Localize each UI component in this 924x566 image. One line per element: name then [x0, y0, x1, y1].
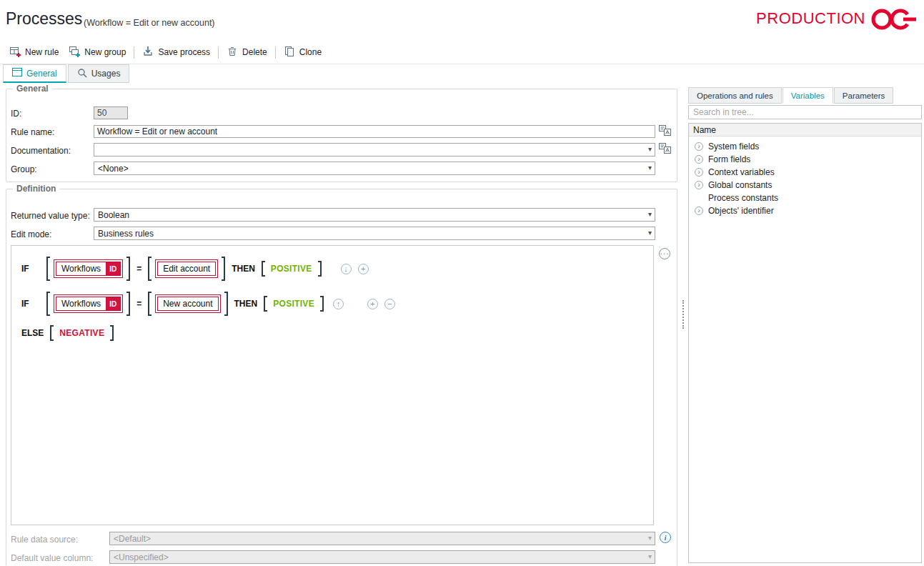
expand-icon[interactable]: › [695, 168, 703, 177]
value-token[interactable]: Edit account [157, 262, 216, 276]
id-label: ID: [11, 109, 21, 119]
new-group-button[interactable]: New group [64, 43, 131, 62]
expand-icon[interactable]: › [695, 207, 703, 215]
tree-item-form-fields[interactable]: › Form fields [689, 153, 921, 166]
tab-variables[interactable]: Variables [783, 87, 833, 104]
expand-icon[interactable]: › [695, 142, 703, 151]
tree-item-label: System fields [708, 142, 759, 152]
rule-condition-row: IF Workflows ID = [21, 289, 395, 318]
clone-icon [284, 46, 295, 59]
returned-value-type-combo[interactable]: Boolean ▾ [94, 208, 655, 222]
tab-usages-label: Usages [91, 69, 121, 79]
edit-mode-label: Edit mode: [11, 229, 51, 239]
main-tabstrip: General Usages [0, 64, 131, 84]
tree-item-objects-identifier[interactable]: › Objects' identifier [689, 204, 921, 217]
tab-operations-and-rules-label: Operations and rules [697, 91, 773, 100]
expand-icon[interactable]: › [695, 155, 703, 164]
translations-icon [659, 125, 671, 138]
save-process-label: Save process [158, 47, 210, 57]
rule-name-field[interactable] [94, 125, 655, 138]
editor-options-icon[interactable]: ... [659, 248, 670, 259]
save-process-icon [142, 46, 154, 59]
app-window: Processes (Workflow = Edit or new accoun… [0, 0, 924, 566]
info-icon[interactable]: i [660, 532, 671, 543]
negative-result-token[interactable]: NEGATIVE [56, 327, 108, 339]
documentation-combo[interactable]: ▾ [94, 143, 655, 157]
search-input[interactable] [688, 105, 922, 119]
tree-header-label: Name [693, 125, 716, 135]
else-keyword: ELSE [21, 328, 44, 338]
clone-button[interactable]: Clone [279, 43, 327, 62]
positive-result-token[interactable]: POSITIVE [269, 297, 318, 310]
chevron-down-icon: ▾ [648, 552, 652, 560]
general-section: General ID: Rule name: Documentation: ▾ … [6, 89, 677, 182]
rule-name-translations-button[interactable] [657, 125, 672, 138]
rule-else-row: ELSE NEGATIVE [21, 324, 114, 342]
edit-mode-combo[interactable]: Business rules ▾ [94, 227, 655, 240]
tab-usages[interactable]: Usages [68, 64, 130, 83]
tree-item-label: Process constants [708, 193, 778, 203]
result-group: POSITIVE [264, 296, 324, 312]
result-group: NEGATIVE [50, 325, 114, 341]
tab-parameters[interactable]: Parameters [834, 87, 893, 104]
tree-item-process-constants[interactable]: Process constants [689, 192, 921, 204]
documentation-label: Documentation: [11, 146, 71, 156]
definition-section-legend: Definition [13, 184, 59, 194]
field-token[interactable]: Workflows ID [56, 262, 121, 276]
bracket-right [110, 325, 114, 341]
group-label: Group: [11, 164, 37, 174]
field-token[interactable]: Workflows ID [56, 297, 121, 311]
rule-data-source-label: Rule data source: [11, 535, 78, 545]
panel-splitter[interactable] [682, 300, 685, 329]
tab-general[interactable]: General [3, 64, 66, 83]
move-down-icon[interactable]: ↓ [341, 264, 352, 274]
tab-variables-label: Variables [791, 91, 825, 100]
id-field [94, 106, 128, 119]
bracket-right [126, 292, 130, 316]
documentation-translations-button[interactable] [657, 143, 672, 156]
rule-name-label: Rule name: [11, 127, 54, 137]
tree-item-label: Global constants [708, 180, 772, 190]
tree-item-system-fields[interactable]: › System fields [689, 140, 921, 153]
new-rule-button[interactable]: New rule [4, 43, 64, 62]
positive-result-token[interactable]: POSITIVE [267, 262, 316, 275]
if-keyword: IF [21, 264, 40, 274]
add-condition-icon[interactable]: + [367, 299, 378, 309]
delete-button[interactable]: Delete [222, 43, 272, 62]
bracket-right [320, 296, 324, 312]
expand-icon[interactable]: › [695, 181, 703, 189]
page-subtitle: (Workflow = Edit or new account) [84, 18, 215, 28]
new-rule-label: New rule [25, 47, 59, 57]
default-value-column-combo: <Unspecified> ▾ [109, 550, 655, 564]
general-tab-icon [12, 68, 22, 79]
tree-item-label: Objects' identifier [708, 206, 774, 216]
field-token-label: Workflows [56, 297, 106, 310]
value-token[interactable]: New account [157, 297, 218, 311]
move-up-icon[interactable]: ↑ [333, 299, 344, 309]
if-keyword: IF [21, 299, 40, 309]
toolbar: New rule New group Save process Delete [0, 41, 924, 64]
right-panel-tabstrip: Operations and rules Variables Parameter… [688, 87, 894, 104]
new-group-icon [69, 46, 80, 59]
chevron-down-icon: ▾ [648, 145, 652, 153]
then-keyword: THEN [232, 264, 255, 274]
field-token-badge: ID [106, 297, 120, 310]
field-token-badge: ID [106, 262, 120, 275]
rule-editor[interactable]: IF Workflows ID = [11, 245, 654, 525]
toolbar-separator [275, 46, 276, 59]
brand-logo-icon [868, 6, 920, 34]
add-condition-icon[interactable]: + [358, 264, 369, 274]
group-combo[interactable]: <None> ▾ [94, 162, 655, 175]
tree-item-context-variables[interactable]: › Context variables [689, 166, 921, 179]
translations-icon [659, 143, 671, 156]
edit-mode-value: Business rules [98, 229, 154, 239]
remove-condition-icon[interactable]: − [384, 299, 395, 309]
usages-tab-icon [77, 68, 87, 80]
chevron-down-icon: ▾ [648, 164, 652, 172]
tree-item-global-constants[interactable]: › Global constants [689, 179, 921, 192]
default-value-column-label: Default value column: [11, 553, 93, 563]
tab-operations-and-rules[interactable]: Operations and rules [688, 87, 782, 104]
value-token-label: New account [158, 297, 217, 310]
general-section-legend: General [13, 84, 52, 94]
save-process-button[interactable]: Save process [137, 43, 215, 62]
